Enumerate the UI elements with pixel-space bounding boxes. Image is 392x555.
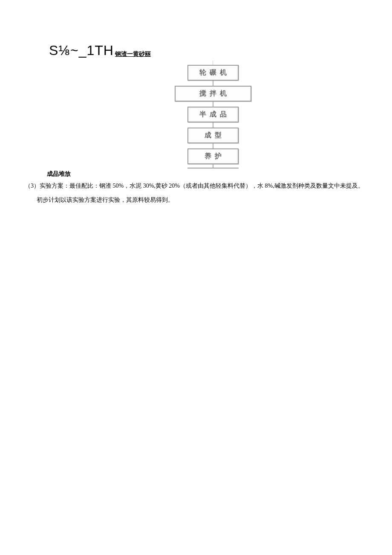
- document-page: S⅛~_1TH 钢渣一黄砂丽 轮碾机 搅拌机 半成品 成型 养护 成品堆放 （3…: [0, 0, 392, 218]
- flow-box-2: 搅拌机: [175, 86, 251, 102]
- product-label: 成品堆放: [47, 170, 379, 178]
- flow-connector: [213, 61, 213, 65]
- subscript-text: 钢渣一黄砂丽: [115, 50, 151, 58]
- flow-connector: [213, 102, 213, 107]
- flowchart: 轮碾机 搅拌机 半成品 成型 养护: [175, 61, 379, 169]
- flow-box-4: 成型: [187, 128, 239, 143]
- flow-box-1: 轮碾机: [187, 65, 239, 81]
- flow-connector: [213, 122, 213, 128]
- flow-connector: [213, 164, 213, 168]
- paragraph-2: 初步计划以该实验方案进行实验，其原料较易得到。: [13, 195, 379, 206]
- flow-connector: [213, 81, 213, 86]
- paragraph-1: （3）实验方案：最佳配比：钢渣 50%，水泥 30%,黄砂 20%（或者由其他轻…: [13, 180, 379, 192]
- header-line: S⅛~_1TH 钢渣一黄砂丽: [49, 43, 379, 58]
- flow-end-line: [187, 168, 239, 169]
- formula-text: S⅛~_1TH: [49, 43, 114, 58]
- flow-box-5: 养护: [187, 148, 239, 164]
- flow-connector: [213, 143, 213, 148]
- flow-box-3: 半成品: [187, 107, 239, 122]
